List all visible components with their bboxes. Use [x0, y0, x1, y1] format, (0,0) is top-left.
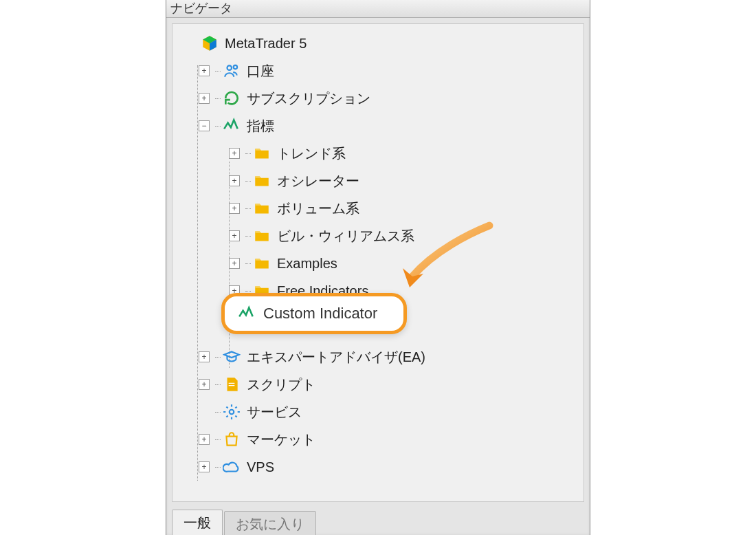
- refresh-icon: [222, 89, 241, 108]
- panel-title: ナビゲータ: [166, 0, 590, 18]
- users-icon: [222, 61, 241, 80]
- expand-icon[interactable]: +: [229, 175, 240, 186]
- expand-icon[interactable]: +: [199, 434, 210, 445]
- tree-label: ビル・ウィリアムス系: [277, 227, 414, 245]
- tree-connector: [215, 412, 221, 413]
- expand-icon[interactable]: +: [229, 148, 240, 159]
- tree-label: トレンド系: [277, 144, 346, 163]
- tree-connector: [215, 467, 221, 468]
- navigator-tree: MetaTrader 5 + 口座 + サブスクリプション: [172, 23, 584, 502]
- tree-label: VPS: [247, 459, 274, 475]
- indicator-icon: [222, 116, 241, 135]
- tree-item-subscription[interactable]: + サブスクリプション: [178, 85, 581, 112]
- tree-item-volume[interactable]: + ボリューム系: [178, 195, 581, 222]
- indicator-icon: [237, 304, 256, 323]
- tree-item-experts[interactable]: + エキスパートアドバイザ(EA): [178, 343, 581, 371]
- folder-icon: [252, 254, 271, 273]
- expand-icon[interactable]: +: [199, 351, 210, 362]
- tree-item-scripts[interactable]: + スクリプト: [178, 371, 581, 398]
- gear-icon: [222, 402, 241, 422]
- expand-icon[interactable]: +: [199, 461, 210, 472]
- svg-point-1: [234, 65, 237, 69]
- folder-icon: [252, 171, 271, 190]
- tree-item-oscillator[interactable]: + オシレーター: [178, 167, 581, 195]
- mt5-icon: [200, 34, 219, 53]
- tree-item-bill-williams[interactable]: + ビル・ウィリアムス系: [178, 222, 581, 250]
- callout-label: Custom Indicator: [263, 305, 377, 323]
- tree-connector: [215, 71, 221, 72]
- tree-item-trend[interactable]: + トレンド系: [178, 140, 581, 167]
- expand-icon[interactable]: +: [229, 203, 240, 214]
- tree-connector: [245, 236, 251, 237]
- expand-icon[interactable]: +: [199, 65, 210, 76]
- spacer: [184, 38, 194, 49]
- tree-label: スクリプト: [247, 375, 315, 394]
- svg-point-0: [227, 65, 232, 70]
- tabs: 一般 お気に入り: [172, 509, 318, 535]
- expand-icon[interactable]: +: [199, 379, 210, 390]
- tree-connector: [245, 291, 251, 292]
- tree-label: 口座: [247, 62, 274, 80]
- cloud-icon: [222, 457, 241, 477]
- expand-icon[interactable]: +: [229, 230, 240, 241]
- tree-label: MetaTrader 5: [225, 36, 307, 52]
- hat-icon: [222, 347, 241, 367]
- tree-label: エキスパートアドバイザ(EA): [247, 348, 425, 367]
- folder-icon: [252, 226, 271, 245]
- expand-icon[interactable]: +: [199, 93, 210, 104]
- tab-favorites[interactable]: お気に入り: [224, 511, 316, 535]
- tree-root-metatrader5[interactable]: MetaTrader 5: [178, 30, 581, 57]
- tree-connector: [245, 263, 251, 264]
- bag-icon: [222, 430, 241, 449]
- navigator-panel: ナビゲータ MetaTrader 5 + 口座: [166, 0, 590, 535]
- tree-connector: [245, 181, 251, 182]
- tree-item-accounts[interactable]: + 口座: [178, 57, 581, 85]
- folder-icon: [252, 144, 271, 163]
- tree-item-examples[interactable]: + Examples: [178, 250, 581, 277]
- tree-connector: [215, 439, 221, 440]
- tree-connector: [245, 153, 251, 154]
- tree-label: マーケット: [247, 430, 315, 449]
- collapse-icon[interactable]: −: [199, 120, 210, 131]
- tree-label: Examples: [277, 256, 337, 272]
- folder-icon: [252, 199, 271, 218]
- tree-label: オシレーター: [277, 172, 359, 190]
- tree-item-services[interactable]: サービス: [178, 398, 581, 426]
- tree-connector: [215, 357, 221, 358]
- tree-item-indicators[interactable]: − 指標: [178, 112, 581, 140]
- tree-connector: [215, 384, 221, 385]
- tree-label: サブスクリプション: [247, 89, 370, 108]
- tree-item-vps[interactable]: + VPS: [178, 453, 581, 481]
- tree-label: 指標: [247, 117, 274, 135]
- tree-label: ボリューム系: [277, 199, 359, 218]
- callout-custom-indicator[interactable]: Custom Indicator: [221, 293, 407, 334]
- script-icon: [222, 375, 241, 394]
- tree-connector: [215, 98, 221, 99]
- tab-general[interactable]: 一般: [172, 510, 223, 535]
- tree-connector: [245, 208, 251, 209]
- tree-label: サービス: [247, 403, 302, 422]
- tree-item-market[interactable]: + マーケット: [178, 426, 581, 453]
- svg-point-2: [230, 410, 234, 415]
- expand-icon[interactable]: +: [229, 258, 240, 269]
- tree-connector: [215, 126, 221, 127]
- spacer: [199, 406, 210, 417]
